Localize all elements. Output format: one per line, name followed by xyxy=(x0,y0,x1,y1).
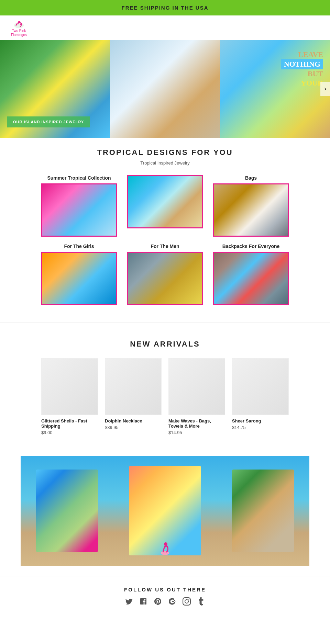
arrival-name-3: Sheer Sarong xyxy=(232,418,289,423)
arrival-img-1 xyxy=(105,358,162,415)
social-icons-row xyxy=(0,597,330,608)
hero-panel-3: LEAVE NOTHING BUT YOUR xyxy=(220,40,330,138)
hero-next-button[interactable]: › xyxy=(320,82,330,96)
cat-label-backpacks: Backpacks For Everyone xyxy=(213,244,289,249)
tropical-heading: TROPICAL DESIGNS FOR YOU xyxy=(0,138,330,160)
cat-img-girls xyxy=(42,253,116,304)
arrival-card-3[interactable]: Sheer Sarong $14.75 xyxy=(232,358,289,435)
twitter-icon[interactable] xyxy=(125,597,133,608)
flamingo-decoration-icon xyxy=(158,539,172,559)
cat-label-men: For The Men xyxy=(127,244,203,249)
logo-flamingo-icon xyxy=(12,19,25,29)
arrival-img-0 xyxy=(41,358,98,415)
new-arrivals-section: NEW ARRIVALS Glittered Shells - Fast Shi… xyxy=(0,322,330,445)
category-grid: Summer Tropical Collection Bags For The … xyxy=(0,172,330,315)
svg-point-0 xyxy=(14,23,24,28)
arrival-price-2: $14.95 xyxy=(168,430,225,435)
hero-panel-1: OUR ISLAND INSPIRED JEWELRY xyxy=(0,40,110,138)
facebook-icon[interactable] xyxy=(139,597,147,608)
lifestyle-photo-1 xyxy=(36,470,98,552)
cat-img-summer xyxy=(42,184,116,236)
arrival-price-3: $14.75 xyxy=(232,425,289,430)
category-item-girls[interactable]: For The Girls xyxy=(41,244,117,305)
cat-img-men xyxy=(128,253,202,304)
arrival-name-0: Glittered Shells - Fast Shipping xyxy=(41,418,98,429)
arrival-name-2: Make Waves - Bags, Towels & More xyxy=(168,418,225,429)
googleplus-icon[interactable] xyxy=(168,597,176,608)
hero-panel-2 xyxy=(110,40,220,138)
lifestyle-banner xyxy=(21,456,309,566)
arrival-name-1: Dolphin Necklace xyxy=(105,418,162,423)
free-shipping-banner: FREE SHIPPING IN THE USA xyxy=(0,0,330,15)
arrival-img-2 xyxy=(168,358,225,415)
pinterest-icon[interactable] xyxy=(154,597,162,608)
follow-section: FOLLOW US OUT THERE xyxy=(0,576,330,614)
svg-point-2 xyxy=(161,551,169,555)
cat-label-summer: Summer Tropical Collection xyxy=(41,175,117,181)
arrivals-grid: Glittered Shells - Fast Shipping $9.00 D… xyxy=(21,358,309,435)
site-logo[interactable]: Two Pink Flamingos xyxy=(7,18,31,37)
instagram-icon[interactable] xyxy=(183,597,191,608)
tropical-section: TROPICAL DESIGNS FOR YOU Tropical Inspir… xyxy=(0,138,330,315)
tumblr-icon[interactable] xyxy=(197,597,205,608)
category-item-backpacks[interactable]: Backpacks For Everyone xyxy=(213,244,289,305)
arrival-price-1: $39.95 xyxy=(105,425,162,430)
category-item-bags[interactable]: Bags xyxy=(213,175,289,237)
cat-img-backpacks xyxy=(214,253,288,304)
lifestyle-photo-3 xyxy=(232,470,294,552)
hero-cta-button[interactable]: OUR ISLAND INSPIRED JEWELRY xyxy=(7,116,90,127)
arrival-price-0: $9.00 xyxy=(41,430,98,435)
cat-img-tropical xyxy=(128,176,202,227)
arrival-card-2[interactable]: Make Waves - Bags, Towels & More $14.95 xyxy=(168,358,225,435)
new-arrivals-heading: NEW ARRIVALS xyxy=(21,329,309,352)
category-item-men[interactable]: For The Men xyxy=(127,244,203,305)
tropical-subheading: Tropical Inspired Jewelry xyxy=(0,160,330,166)
arrival-img-3 xyxy=(232,358,289,415)
site-header: Two Pink Flamingos xyxy=(0,15,330,40)
cat-img-bags xyxy=(214,184,288,236)
cat-label-bags: Bags xyxy=(213,175,289,181)
category-item-summer[interactable]: Summer Tropical Collection xyxy=(41,175,117,237)
arrival-card-0[interactable]: Glittered Shells - Fast Shipping $9.00 xyxy=(41,358,98,435)
cat-label-girls: For The Girls xyxy=(41,244,117,249)
svg-point-3 xyxy=(164,542,167,546)
logo-text: Two Pink Flamingos xyxy=(11,29,27,37)
category-item-tropical[interactable] xyxy=(127,175,203,237)
arrival-card-1[interactable]: Dolphin Necklace $39.95 xyxy=(105,358,162,435)
hero-slider: ‹ OUR ISLAND INSPIRED JEWELRY LEAVE NOTH… xyxy=(0,40,330,138)
follow-heading: FOLLOW US OUT THERE xyxy=(0,587,330,592)
